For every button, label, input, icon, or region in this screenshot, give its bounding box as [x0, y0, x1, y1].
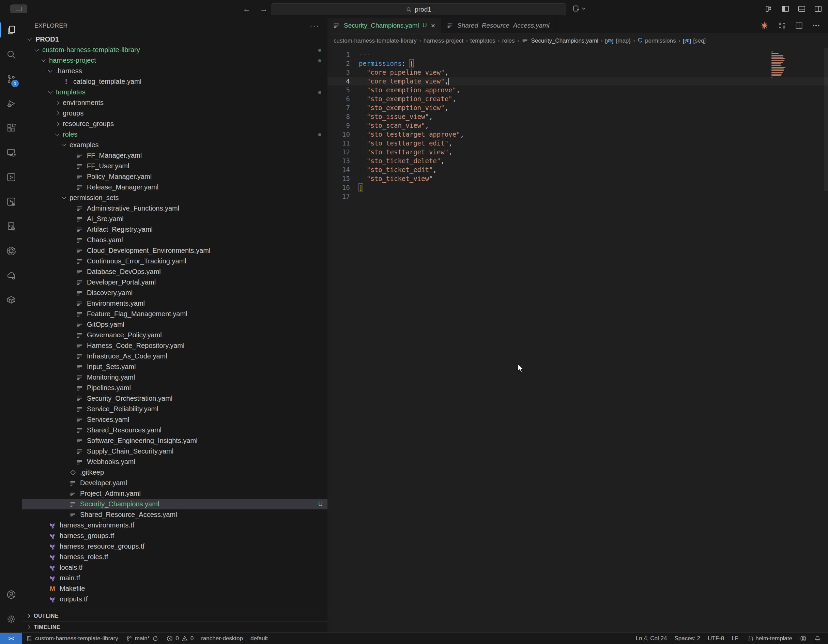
code-line-12[interactable]: 12 "sto_testtarget_view",	[328, 147, 828, 157]
status-notifications-bell[interactable]	[810, 635, 825, 642]
toggle-secondary-sidebar-button[interactable]	[812, 3, 824, 15]
activity-remote-explorer-icon[interactable]	[0, 140, 22, 165]
tree-file-Ai_Sre.yaml[interactable]: Ai_Sre.yaml	[22, 214, 328, 224]
customize-layout-button[interactable]	[763, 3, 775, 15]
tree-file-Database_DevOps.yaml[interactable]: Database_DevOps.yaml	[22, 266, 328, 277]
tree-file-FF_Manager.yaml[interactable]: FF_Manager.yaml	[22, 150, 328, 161]
code-line-1[interactable]: 1---	[328, 50, 828, 59]
tree-file-Environments.yaml[interactable]: Environments.yaml	[22, 298, 328, 309]
activity-explorer-icon[interactable]	[0, 18, 22, 42]
code-line-13[interactable]: 13 "sto_ticket_delete",	[328, 157, 828, 165]
breadcrumb-item[interactable]: permissions	[638, 38, 676, 44]
tab-Shared_Resource_Access.yaml[interactable]: Shared_Resource_Access.yaml	[441, 18, 555, 33]
tree-file-catalog_template.yaml[interactable]: !catalog_template.yaml	[22, 76, 328, 87]
tree-file-GitOps.yaml[interactable]: GitOps.yaml	[22, 319, 328, 330]
tree-file-Makefile[interactable]: MMakefile	[22, 583, 328, 594]
activity-run-debug-icon[interactable]	[0, 91, 22, 116]
timeline-section[interactable]: TIMELINE	[22, 621, 328, 633]
code-line-9[interactable]: 9 "sto_scan_view",	[328, 121, 828, 130]
tree-file-Infrastruce_As_Code.yaml[interactable]: Infrastruce_As_Code.yaml	[22, 351, 328, 362]
breadcrumb-item[interactable]: [@][seq]	[683, 38, 706, 44]
tree-file-harness_groups.tf[interactable]: harness_groups.tf	[22, 531, 328, 541]
tree-file-Supply_Chain_Security.yaml[interactable]: Supply_Chain_Security.yaml	[22, 446, 328, 457]
code-editor[interactable]: 1---2permissions: [3 "core_pipeline_view…	[328, 48, 828, 633]
tree-file-Feature_Flag_Management.yaml[interactable]: Feature_Flag_Management.yaml	[22, 309, 328, 319]
activity-search-icon[interactable]	[0, 42, 22, 67]
breadcrumb-item[interactable]: Security_Champions.yaml	[521, 37, 598, 45]
breadcrumb-item[interactable]: [@]{map}	[605, 38, 631, 44]
ai-assistant-icon[interactable]	[759, 20, 769, 31]
code-line-5[interactable]: 5 "sto_exemption_approve",	[328, 86, 828, 94]
activity-settings-icon[interactable]	[0, 607, 22, 631]
tree-file-harness_roles.tf[interactable]: harness_roles.tf	[22, 552, 328, 562]
activity-code-generator-icon[interactable]	[0, 214, 22, 238]
activity-terraform-icon[interactable]	[0, 165, 22, 190]
activity-cloud-provider-icon[interactable]	[0, 263, 22, 288]
tree-file-Artifact_Registry.yaml[interactable]: Artifact_Registry.yaml	[22, 224, 328, 235]
tree-folder-harness-project[interactable]: harness-project	[22, 55, 328, 66]
activity-kubernetes-icon[interactable]	[0, 238, 22, 263]
tree-folder-examples[interactable]: examples	[22, 140, 328, 150]
activity-containers-icon[interactable]	[0, 288, 22, 312]
tree-file-Shared_Resource_Access.yaml[interactable]: Shared_Resource_Access.yaml	[22, 509, 328, 520]
command-center-search[interactable]: prod1	[271, 3, 566, 15]
tree-folder-environments[interactable]: environments	[22, 97, 328, 108]
tree-file-Project_Admin.yaml[interactable]: Project_Admin.yaml	[22, 488, 328, 499]
code-line-17[interactable]: 17	[328, 192, 828, 201]
tree-file-.gitkeep[interactable]: .gitkeep	[22, 467, 328, 478]
code-line-16[interactable]: 16]	[328, 183, 828, 192]
code-line-2[interactable]: 2permissions: [	[328, 59, 828, 68]
code-line-7[interactable]: 7 "sto_exemption_view",	[328, 103, 828, 112]
tree-file-Harness_Code_Repository.yaml[interactable]: Harness_Code_Repository.yaml	[22, 340, 328, 351]
remote-connection-indicator[interactable]: ><	[0, 633, 22, 644]
status-language-mode[interactable]: { }helm-template	[742, 635, 796, 642]
tree-folder-PROD1[interactable]: PROD1	[22, 34, 328, 45]
more-actions-icon[interactable]	[812, 21, 820, 30]
tree-file-Policy_Manager.yaml[interactable]: Policy_Manager.yaml	[22, 171, 328, 182]
nav-forward-button[interactable]: →	[260, 4, 268, 14]
tree-file-Input_Sets.yaml[interactable]: Input_Sets.yaml	[22, 362, 328, 372]
status-cursor-position[interactable]: Ln 4, Col 24	[632, 635, 671, 642]
status-repository[interactable]: custom-harness-template-library	[22, 633, 122, 644]
tree-folder-permission_sets[interactable]: permission_sets	[22, 193, 328, 203]
close-icon[interactable]: ×	[431, 22, 435, 30]
tree-folder-resource_groups[interactable]: resource_groups	[22, 119, 328, 129]
tree-file-Security_Orchestration.yaml[interactable]: Security_Orchestration.yaml	[22, 393, 328, 404]
status-extension-status[interactable]	[796, 635, 810, 642]
tree-folder-groups[interactable]: groups	[22, 108, 328, 119]
code-line-15[interactable]: 15 "sto_ticket_view"	[328, 174, 828, 183]
code-line-6[interactable]: 6 "sto_exemption_create",	[328, 94, 828, 103]
tree-file-Release_Manager.yaml[interactable]: Release_Manager.yaml	[22, 182, 328, 193]
tree-file-Software_Engineering_Insights.yaml[interactable]: Software_Engineering_Insights.yaml	[22, 436, 328, 446]
tree-folder-templates[interactable]: templates	[22, 87, 328, 97]
tree-folder-roles[interactable]: roles	[22, 129, 328, 140]
code-line-10[interactable]: 10 "sto_testtarget_approve",	[328, 130, 828, 139]
tree-file-Continuous_Error_Tracking.yaml[interactable]: Continuous_Error_Tracking.yaml	[22, 256, 328, 266]
status-problems[interactable]: 00	[163, 633, 197, 644]
code-line-14[interactable]: 14 "sto_ticket_edit",	[328, 165, 828, 174]
tree-file-Service_Reliability.yaml[interactable]: Service_Reliability.yaml	[22, 404, 328, 414]
tree-file-Governance_Policy.yaml[interactable]: Governance_Policy.yaml	[22, 330, 328, 340]
status-rancher-desktop-context[interactable]: rancher-desktop	[197, 633, 247, 644]
tree-file-Developer.yaml[interactable]: Developer.yaml	[22, 478, 328, 488]
tree-file-FF_User.yaml[interactable]: FF_User.yaml	[22, 161, 328, 171]
status-eol-sequence[interactable]: LF	[728, 635, 742, 642]
tree-file-Administrative_Functions.yaml[interactable]: Administrative_Functions.yaml	[22, 203, 328, 214]
nav-back-button[interactable]: ←	[243, 4, 251, 14]
tree-file-harness_environments.tf[interactable]: harness_environments.tf	[22, 520, 328, 531]
breadcrumb-item[interactable]: custom-harness-template-library	[334, 38, 417, 44]
tree-file-Cloud_Development_Environments.yaml[interactable]: Cloud_Development_Environments.yaml	[22, 245, 328, 256]
tree-file-Developer_Portal.yaml[interactable]: Developer_Portal.yaml	[22, 277, 328, 288]
tree-folder-.harness[interactable]: .harness	[22, 66, 328, 76]
tab-Security_Champions.yaml[interactable]: Security_Champions.yamlU×	[328, 18, 441, 33]
tree-file-Monitoring.yaml[interactable]: Monitoring.yaml	[22, 372, 328, 383]
activity-extensions-icon[interactable]	[0, 116, 22, 140]
code-line-11[interactable]: 11 "sto_testtarget_edit",	[328, 139, 828, 147]
tree-file-locals.tf[interactable]: locals.tf	[22, 562, 328, 573]
status-indentation[interactable]: Spaces: 2	[671, 635, 704, 642]
tree-file-Security_Champions.yaml[interactable]: Security_Champions.yamlU	[22, 499, 328, 509]
breadcrumb-item[interactable]: harness-project	[423, 38, 463, 44]
split-editor-icon[interactable]	[795, 21, 803, 30]
breadcrumb-item[interactable]: templates	[470, 38, 496, 44]
breadcrumb[interactable]: custom-harness-template-library›harness-…	[328, 33, 828, 48]
